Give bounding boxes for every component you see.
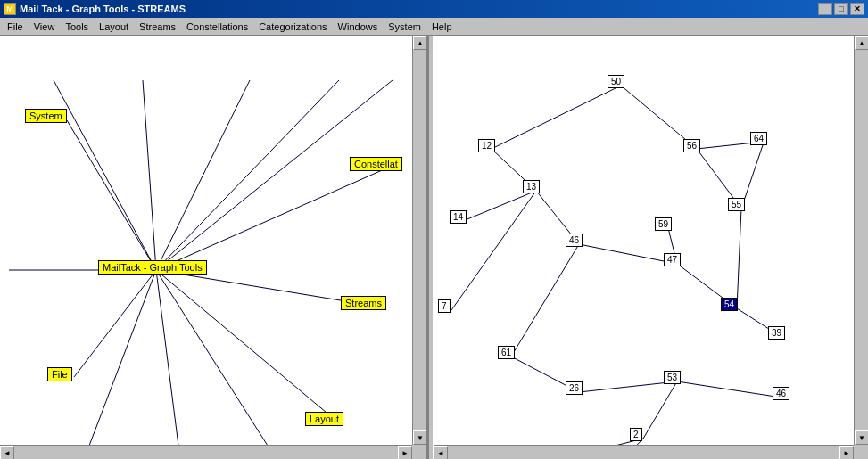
node-12[interactable]: 12 xyxy=(478,139,495,152)
node-7[interactable]: 7 xyxy=(438,299,451,313)
node-26[interactable]: 26 xyxy=(566,381,583,395)
svg-line-7 xyxy=(143,80,156,270)
scroll-h-track[interactable] xyxy=(14,446,398,459)
node-61[interactable]: 61 xyxy=(498,346,515,359)
menu-constellations[interactable]: Constellations xyxy=(181,20,253,34)
svg-line-33 xyxy=(643,381,677,439)
scroll-right-btn[interactable]: ► xyxy=(398,446,412,459)
svg-line-8 xyxy=(156,80,250,270)
left-graph-svg xyxy=(0,36,426,459)
svg-line-11 xyxy=(89,270,156,446)
minimize-button[interactable]: _ xyxy=(818,3,832,15)
svg-line-28 xyxy=(451,191,536,310)
title-controls[interactable]: _ □ ✕ xyxy=(818,3,864,15)
system-node[interactable]: System xyxy=(25,109,67,123)
svg-line-19 xyxy=(463,191,536,221)
mailtack-node[interactable]: MailTack - Graph Tools xyxy=(98,260,207,275)
svg-line-26 xyxy=(737,209,741,308)
right-scrollbar-v[interactable]: ▲ ▼ xyxy=(854,36,868,445)
svg-line-1 xyxy=(156,168,388,270)
window-title: Mail Tack - Graph Tools - STREAMS xyxy=(20,4,186,14)
right-scroll-right-btn[interactable]: ► xyxy=(839,446,854,459)
app-icon: M xyxy=(4,3,16,15)
node-56[interactable]: 56 xyxy=(683,139,700,152)
svg-line-31 xyxy=(579,381,677,392)
svg-line-9 xyxy=(156,80,339,270)
constellations-node[interactable]: Constellat xyxy=(350,157,402,171)
streams-node[interactable]: Streams xyxy=(341,296,386,310)
node-39[interactable]: 39 xyxy=(768,326,785,340)
menu-system[interactable]: System xyxy=(383,20,426,34)
node-13[interactable]: 13 xyxy=(523,180,540,193)
title-bar: M Mail Tack - Graph Tools - STREAMS _ □ … xyxy=(0,0,868,18)
svg-line-32 xyxy=(677,381,781,398)
maximize-button[interactable]: □ xyxy=(834,3,848,15)
svg-line-4 xyxy=(156,270,337,422)
scroll-corner xyxy=(412,445,426,459)
scroll-left-btn[interactable]: ◄ xyxy=(0,446,14,459)
node-47[interactable]: 47 xyxy=(664,253,681,266)
svg-line-0 xyxy=(67,120,156,270)
menu-file[interactable]: File xyxy=(2,20,29,34)
scroll-up-btn[interactable]: ▲ xyxy=(413,36,427,50)
main-content: System MailTack - Graph Tools Constellat… xyxy=(0,36,868,459)
layout-node[interactable]: Layout xyxy=(305,412,343,426)
right-scroll-v-track[interactable] xyxy=(855,50,868,430)
scroll-down-btn[interactable]: ▼ xyxy=(413,430,427,445)
node-50[interactable]: 50 xyxy=(608,75,624,88)
right-graph-svg xyxy=(434,36,868,459)
title-bar-left: M Mail Tack - Graph Tools - STREAMS xyxy=(4,3,186,15)
left-scrollbar-h[interactable]: ◄ ► xyxy=(0,445,412,459)
right-scroll-down-btn[interactable]: ▼ xyxy=(855,430,868,445)
svg-line-3 xyxy=(74,270,156,377)
node-55[interactable]: 55 xyxy=(728,198,745,211)
svg-line-29 xyxy=(511,244,579,357)
right-panel: 50 12 56 64 13 55 14 46 59 47 54 39 7 61… xyxy=(434,36,868,459)
svg-line-13 xyxy=(156,270,268,446)
file-node[interactable]: File xyxy=(47,367,72,381)
node-14[interactable]: 14 xyxy=(450,210,467,224)
right-scroll-corner xyxy=(854,445,868,459)
node-54[interactable]: 54 xyxy=(721,298,738,311)
right-scroll-h-track[interactable] xyxy=(448,446,839,459)
node-59[interactable]: 59 xyxy=(655,217,672,231)
node-46[interactable]: 46 xyxy=(566,234,583,247)
left-scrollbar-v[interactable]: ▲ ▼ xyxy=(412,36,426,445)
svg-line-15 xyxy=(492,86,621,149)
node-53[interactable]: 53 xyxy=(664,371,681,384)
node-46b[interactable]: 46 xyxy=(773,387,789,400)
menu-bar: File View Tools Layout Streams Constella… xyxy=(0,18,868,36)
close-button[interactable]: ✕ xyxy=(850,3,864,15)
node-64[interactable]: 64 xyxy=(750,132,767,145)
menu-view[interactable]: View xyxy=(29,20,61,34)
right-scroll-left-btn[interactable]: ◄ xyxy=(434,446,448,459)
menu-windows[interactable]: Windows xyxy=(333,20,384,34)
left-panel: System MailTack - Graph Tools Constellat… xyxy=(0,36,428,459)
right-scrollbar-h[interactable]: ◄ ► xyxy=(434,445,854,459)
right-scroll-up-btn[interactable]: ▲ xyxy=(855,36,868,50)
node-2[interactable]: 2 xyxy=(630,428,642,441)
svg-line-12 xyxy=(156,270,178,446)
menu-categorizations[interactable]: Categorizations xyxy=(253,20,332,34)
svg-line-16 xyxy=(697,143,755,149)
svg-line-6 xyxy=(54,80,156,270)
menu-layout[interactable]: Layout xyxy=(94,20,134,34)
scroll-v-track[interactable] xyxy=(413,50,426,430)
svg-line-24 xyxy=(579,244,677,264)
svg-line-10 xyxy=(156,80,393,270)
menu-streams[interactable]: Streams xyxy=(134,20,181,34)
menu-help[interactable]: Help xyxy=(426,20,458,34)
menu-tools[interactable]: Tools xyxy=(60,20,94,34)
